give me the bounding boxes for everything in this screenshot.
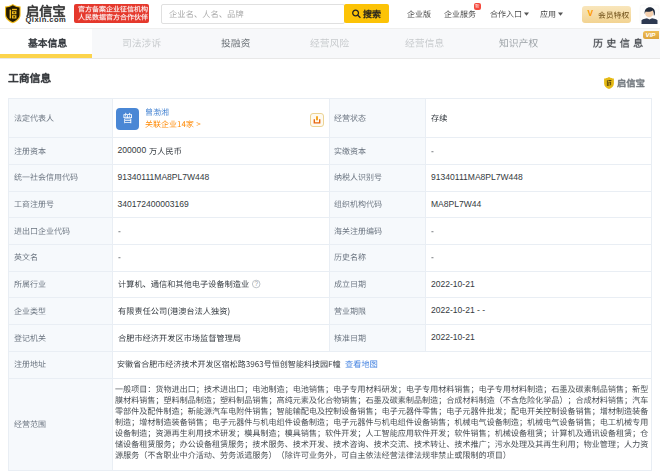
svg-text:?: ? xyxy=(254,280,258,287)
